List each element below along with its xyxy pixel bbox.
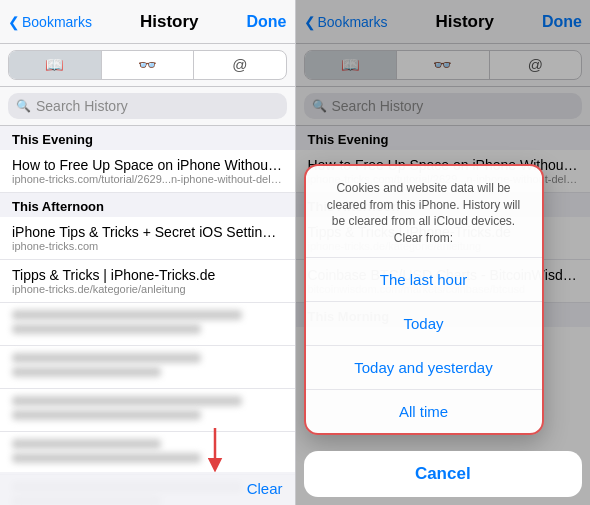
dialog-option-today-yesterday[interactable]: Today and yesterday bbox=[306, 346, 542, 390]
at-icon: @ bbox=[232, 56, 247, 73]
left-segment-book[interactable]: 📖 bbox=[9, 51, 102, 79]
item-title: Tipps & Tricks | iPhone-Tricks.de bbox=[12, 267, 283, 283]
left-segment-at[interactable]: @ bbox=[194, 51, 286, 79]
item-url: iphone-tricks.com/tutorial/2629...n-ipho… bbox=[12, 173, 283, 185]
left-section-this-evening: This Evening bbox=[0, 126, 295, 150]
search-icon: 🔍 bbox=[16, 99, 31, 113]
left-back-button[interactable]: ❮ Bookmarks bbox=[8, 14, 92, 30]
dialog-cancel-row: Cancel bbox=[304, 451, 583, 497]
list-item[interactable]: iPhone Tips & Tricks + Secret iOS Settin… bbox=[0, 217, 295, 260]
dialog-message: Cookies and website data will be cleared… bbox=[306, 166, 542, 258]
left-clear-button[interactable]: Clear bbox=[247, 480, 283, 497]
left-clear-area: Clear bbox=[0, 472, 295, 505]
left-panel: ❮ Bookmarks History Done 📖 👓 @ 🔍 Search … bbox=[0, 0, 295, 505]
left-back-label: Bookmarks bbox=[22, 14, 92, 30]
arrow-svg bbox=[195, 423, 235, 473]
glasses-icon: 👓 bbox=[138, 56, 157, 73]
left-search-bar: 🔍 Search History bbox=[0, 87, 295, 126]
left-search-inner[interactable]: 🔍 Search History bbox=[8, 93, 287, 119]
chevron-left-icon: ❮ bbox=[8, 14, 20, 30]
left-segment-control: 📖 👓 @ bbox=[8, 50, 287, 80]
left-done-button[interactable]: Done bbox=[246, 13, 286, 31]
dialog-cancel-button[interactable]: Cancel bbox=[304, 451, 583, 497]
item-url: iphone-tricks.de/kategorie/anleitung bbox=[12, 283, 283, 295]
list-item[interactable]: Tipps & Tricks | iPhone-Tricks.de iphone… bbox=[0, 260, 295, 303]
left-nav-bar: ❮ Bookmarks History Done bbox=[0, 0, 295, 44]
blurred-row bbox=[0, 389, 295, 432]
item-url: iphone-tricks.com bbox=[12, 240, 283, 252]
left-section-this-afternoon: This Afternoon bbox=[0, 193, 295, 217]
dialog-option-all-time[interactable]: All time bbox=[306, 390, 542, 433]
item-title: How to Free Up Space on iPhone Without D… bbox=[12, 157, 283, 173]
blurred-row bbox=[0, 346, 295, 389]
dialog-option-today[interactable]: Today bbox=[306, 302, 542, 346]
right-panel: ❮ Bookmarks History Done 📖 👓 @ 🔍 Search … bbox=[296, 0, 591, 505]
arrow-indicator bbox=[195, 423, 235, 477]
left-segment-glasses[interactable]: 👓 bbox=[102, 51, 195, 79]
left-search-placeholder: Search History bbox=[36, 98, 128, 114]
left-list-content: This Evening How to Free Up Space on iPh… bbox=[0, 126, 295, 505]
list-item[interactable]: How to Free Up Space on iPhone Without D… bbox=[0, 150, 295, 193]
clear-dialog-wrapper: Cookies and website data will be cleared… bbox=[296, 156, 591, 505]
dialog-option-last-hour[interactable]: The last hour bbox=[306, 258, 542, 302]
clear-dialog: Cookies and website data will be cleared… bbox=[304, 164, 544, 435]
left-title: History bbox=[140, 12, 199, 32]
blurred-row bbox=[0, 432, 295, 475]
blurred-row bbox=[0, 303, 295, 346]
book-icon: 📖 bbox=[45, 56, 64, 73]
left-segment-bar: 📖 👓 @ bbox=[0, 44, 295, 87]
item-title: iPhone Tips & Tricks + Secret iOS Settin… bbox=[12, 224, 283, 240]
